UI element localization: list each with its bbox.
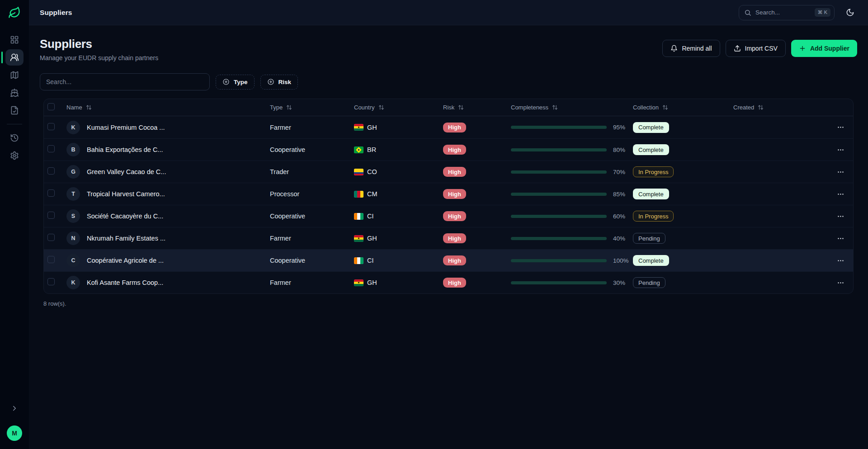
column-header-created: Created: [733, 104, 754, 111]
page-title: Suppliers: [40, 37, 158, 51]
sort-icon[interactable]: [458, 104, 464, 110]
theme-toggle-button[interactable]: [843, 5, 857, 20]
sort-icon[interactable]: [378, 104, 384, 110]
circle-plus-icon: [267, 78, 274, 85]
completeness-progress-bar: [511, 281, 607, 284]
row-menu-button[interactable]: [834, 122, 847, 133]
ellipsis-icon: [837, 146, 844, 154]
column-header-completeness: Completeness: [511, 104, 548, 111]
country-flag: [354, 213, 363, 220]
country-flag: [354, 169, 363, 175]
table-row[interactable]: C Coopérative Agricole de ... Cooperativ…: [44, 249, 853, 271]
row-checkbox[interactable]: [47, 145, 55, 152]
sidebar-item-suppliers[interactable]: [5, 49, 24, 66]
collection-badge: Pending: [633, 233, 665, 244]
sidebar-item-shipments[interactable]: [5, 85, 24, 101]
remind-all-button[interactable]: Remind all: [662, 40, 720, 57]
sidebar-collapse-button[interactable]: [8, 402, 21, 415]
supplier-name: Nkrumah Family Estates ...: [87, 235, 165, 242]
sidebar-item-settings[interactable]: [5, 147, 24, 164]
table-row[interactable]: S Société Cacaoyère du C... Cooperative …: [44, 205, 853, 227]
row-avatar: T: [66, 187, 80, 201]
row-menu-button[interactable]: [834, 233, 847, 244]
topbar-title: Suppliers: [40, 9, 72, 17]
supplier-name: Green Valley Cacao de C...: [87, 168, 166, 175]
ellipsis-icon: [837, 168, 844, 176]
table-row[interactable]: N Nkrumah Family Estates ... Farmer GH H…: [44, 227, 853, 249]
completeness-value: 30%: [613, 279, 625, 286]
country-flag: [354, 191, 363, 198]
collection-badge: Complete: [633, 144, 669, 155]
table-row[interactable]: T Tropical Harvest Camero... Processor C…: [44, 183, 853, 205]
supplier-name: Kofi Asante Farms Coop...: [87, 279, 163, 286]
row-menu-button[interactable]: [834, 211, 847, 222]
plus-icon: [799, 45, 806, 52]
country-flag: [354, 257, 363, 264]
row-checkbox[interactable]: [47, 189, 55, 197]
country-code: CM: [367, 190, 377, 198]
country-code: GH: [367, 124, 377, 131]
supplier-name: Société Cacaoyère du C...: [87, 213, 163, 220]
sidebar-item-dashboard[interactable]: [5, 32, 24, 48]
row-checkbox[interactable]: [47, 234, 55, 241]
row-menu-button[interactable]: [834, 189, 847, 199]
row-checkbox[interactable]: [47, 212, 55, 219]
sidebar-nav: [0, 32, 29, 164]
supplier-name: Coopérative Agricole de ...: [87, 257, 164, 264]
bell-icon: [670, 45, 678, 52]
sidebar-item-documents[interactable]: [5, 102, 24, 118]
table-row[interactable]: G Green Valley Cacao de C... Trader CO H…: [44, 161, 853, 183]
suppliers-table: Name Type Country Risk Completeness Coll…: [43, 99, 854, 294]
supplier-type: Cooperative: [270, 146, 354, 153]
select-all-checkbox[interactable]: [47, 103, 55, 110]
user-avatar[interactable]: M: [7, 425, 22, 441]
history-icon: [10, 133, 19, 142]
row-avatar: N: [66, 232, 80, 245]
supplier-type: Processor: [270, 190, 354, 198]
sidebar-item-map[interactable]: [5, 67, 24, 83]
row-checkbox[interactable]: [47, 167, 55, 175]
risk-badge: High: [443, 255, 466, 265]
add-supplier-button[interactable]: Add Supplier: [791, 40, 857, 57]
ship-icon: [10, 88, 19, 97]
risk-badge: High: [443, 233, 466, 243]
type-filter-button[interactable]: Type: [216, 75, 255, 90]
row-avatar: C: [66, 254, 80, 267]
row-menu-button[interactable]: [834, 277, 847, 288]
table-body: K Kumasi Premium Cocoa ... Farmer GH Hig…: [44, 116, 853, 293]
ellipsis-icon: [837, 190, 844, 198]
suppliers-users-icon: [10, 53, 19, 62]
row-checkbox[interactable]: [47, 256, 55, 263]
table-search-input[interactable]: [40, 73, 210, 90]
supplier-type: Trader: [270, 168, 354, 175]
row-menu-button[interactable]: [834, 144, 847, 155]
sort-icon[interactable]: [86, 104, 92, 110]
completeness-value: 100%: [613, 257, 629, 264]
import-csv-button[interactable]: Import CSV: [726, 40, 786, 57]
sort-icon[interactable]: [286, 104, 292, 110]
global-search[interactable]: Search... ⌘ K: [739, 5, 835, 20]
completeness-value: 85%: [613, 191, 625, 198]
row-menu-button[interactable]: [834, 166, 847, 177]
search-shortcut-kbd: ⌘ K: [815, 8, 830, 17]
risk-badge: High: [443, 211, 466, 221]
global-search-placeholder: Search...: [755, 9, 780, 16]
row-checkbox[interactable]: [47, 123, 55, 130]
supplier-type: Cooperative: [270, 257, 354, 264]
page-content: Suppliers Manage your EUDR supply chain …: [29, 25, 868, 449]
sort-icon[interactable]: [552, 104, 558, 110]
supplier-type: Farmer: [270, 235, 354, 242]
completeness-value: 80%: [613, 147, 625, 153]
risk-filter-button[interactable]: Risk: [260, 75, 298, 90]
row-menu-button[interactable]: [834, 255, 847, 266]
circle-plus-icon: [222, 78, 230, 85]
risk-badge: High: [443, 123, 466, 132]
sort-icon[interactable]: [758, 104, 764, 110]
sidebar-item-history[interactable]: [5, 130, 24, 146]
row-checkbox[interactable]: [47, 278, 55, 285]
sort-icon[interactable]: [662, 104, 668, 110]
table-row[interactable]: B Bahia Exportações de C... Cooperative …: [44, 138, 853, 161]
column-header-type: Type: [270, 104, 283, 111]
table-row[interactable]: K Kofi Asante Farms Coop... Farmer GH Hi…: [44, 271, 853, 293]
table-row[interactable]: K Kumasi Premium Cocoa ... Farmer GH Hig…: [44, 116, 853, 138]
